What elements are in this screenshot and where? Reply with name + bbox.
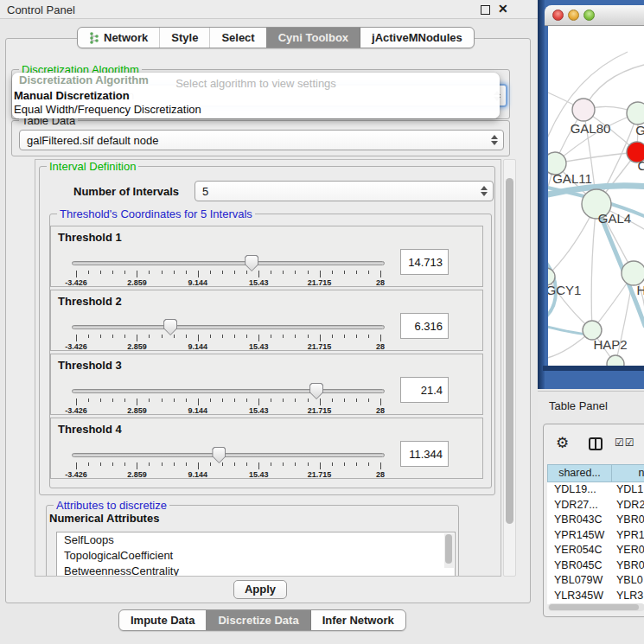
- checkboxes-icon[interactable]: ☑☑: [615, 437, 635, 449]
- slider-thumb[interactable]: [212, 447, 226, 463]
- table-row[interactable]: YLR345WYLR3: [547, 589, 644, 604]
- attribute-list-item[interactable]: BetweennessCentrality: [57, 564, 455, 577]
- slider-track[interactable]: [72, 389, 385, 393]
- slider-track[interactable]: [72, 261, 385, 265]
- tab-label: jActiveMNodules: [372, 31, 462, 44]
- table-row[interactable]: YBR043CYBR0: [547, 513, 644, 528]
- table-data-combobox[interactable]: galFiltered.sif default node: [19, 130, 504, 150]
- tab-label: Cyni Toolbox: [278, 31, 348, 44]
- combobox-stepper-icon: [481, 186, 488, 196]
- threshold-value-field[interactable]: [400, 313, 449, 339]
- GAL80-node[interactable]: [572, 99, 595, 121]
- network-window-titlebar[interactable]: [545, 5, 644, 26]
- table-rows[interactable]: YDL19...YDL1YDR27...YDR2YBR043CYBR0YPR14…: [547, 482, 644, 604]
- G-node[interactable]: [627, 102, 644, 124]
- threshold-panel-2: Threshold 2-3.4262.8599.14415.4321.71528: [50, 290, 483, 351]
- slider-track[interactable]: [72, 453, 385, 457]
- mode-tab-discretize-data[interactable]: Discretize Data: [206, 610, 309, 630]
- threshold-value-field[interactable]: [400, 441, 449, 467]
- apply-button[interactable]: Apply: [233, 580, 287, 599]
- table-row[interactable]: YDL19...YDL1: [547, 482, 644, 498]
- threshold-slider[interactable]: -3.4262.8599.14415.4321.71528: [72, 258, 385, 287]
- cell-name: YPR1: [611, 528, 644, 544]
- slider-ticks: [76, 335, 380, 341]
- close-icon[interactable]: ✕: [498, 2, 508, 16]
- node-label-GCY1: GCY1: [548, 283, 581, 297]
- tab-network[interactable]: Network: [78, 28, 159, 48]
- threshold-value-field[interactable]: [400, 377, 449, 403]
- numerical-attributes-list[interactable]: SelfLoopsTopologicalCoefficientBetweenne…: [56, 532, 456, 577]
- node-label-H: H: [637, 283, 644, 297]
- table-row[interactable]: YPR145WYPR1: [547, 528, 644, 544]
- H-node[interactable]: [622, 261, 644, 285]
- tab-jactivemnodules[interactable]: jActiveMNodules: [360, 28, 474, 48]
- network-tab-icon: [89, 32, 99, 44]
- threshold-slider[interactable]: -3.4262.8599.14415.4321.71528: [72, 450, 385, 479]
- column-header-2[interactable]: na: [611, 464, 644, 482]
- mode-tab-label: Infer Network: [322, 614, 394, 627]
- threshold-slider[interactable]: -3.4262.8599.14415.4321.71528: [72, 322, 385, 351]
- table-row[interactable]: YER054CYER0: [547, 543, 644, 558]
- tab-cyni-toolbox[interactable]: Cyni Toolbox: [266, 28, 360, 48]
- table-row[interactable]: YBL079WYBL0: [547, 573, 644, 589]
- table-panel-body: ⚙ ☑☑ shared...na YDL19...YDL1YDR27...YDR…: [543, 424, 644, 617]
- node-label-C: C: [638, 158, 644, 173]
- zoom-traffic-light[interactable]: [583, 10, 595, 21]
- interval-definition-group-title: Interval Definition: [47, 160, 138, 173]
- num-intervals-combobox[interactable]: 5: [194, 181, 494, 201]
- table-horizontal-scrollbar[interactable]: [548, 603, 644, 611]
- slider-tick-labels: -3.4262.8599.14415.4321.71528: [76, 342, 380, 352]
- table-row[interactable]: YDR27...YDR2: [547, 498, 644, 513]
- tab-style[interactable]: Style: [159, 28, 209, 48]
- window-frame-shadow: [543, 366, 644, 371]
- table-panel-header: Table Panel: [538, 391, 644, 420]
- attributes-list-scrollbar[interactable]: [444, 533, 454, 568]
- slider-thumb[interactable]: [309, 383, 323, 399]
- cell-shared-name: YBR045C: [547, 558, 611, 574]
- threshold-panel-1: Threshold 1-3.4262.8599.14415.4321.71528: [50, 226, 483, 287]
- column-header-1[interactable]: shared...: [547, 464, 611, 482]
- threshold-label: Threshold 4: [58, 423, 122, 436]
- table-row[interactable]: YBR045CYBR0: [547, 558, 644, 574]
- slider-ticks: [76, 462, 380, 469]
- threshold-panel-3: Threshold 3-3.4262.8599.14415.4321.71528: [50, 354, 483, 415]
- close-traffic-light[interactable]: [552, 10, 564, 21]
- table-panel-title: Table Panel: [549, 399, 608, 412]
- cell-shared-name: YER054C: [547, 543, 611, 558]
- num-intervals-value: 5: [202, 185, 208, 198]
- node-label-GAL4: GAL4: [598, 211, 631, 226]
- panel-vertical-scrollbar[interactable]: [503, 159, 516, 577]
- partial-node[interactable]: [607, 355, 624, 366]
- table-header-row[interactable]: shared...na: [547, 464, 644, 482]
- threshold-label: Threshold 1: [58, 231, 122, 244]
- attribute-list-item[interactable]: SelfLoops: [57, 532, 455, 548]
- table-data-combobox-value: galFiltered.sif default node: [27, 134, 158, 147]
- threshold-panel-4: Threshold 4-3.4262.8599.14415.4321.71528: [50, 418, 483, 479]
- columns-icon[interactable]: [589, 437, 603, 450]
- network-edge[interactable]: [591, 204, 596, 330]
- tab-label: Select: [221, 31, 254, 44]
- cell-name: YLR3: [611, 589, 643, 604]
- mode-tab-impute-data[interactable]: Impute Data: [119, 610, 206, 630]
- float-window-icon[interactable]: [481, 5, 490, 15]
- combobox-stepper-icon: [491, 135, 498, 145]
- tab-select[interactable]: Select: [209, 28, 265, 48]
- cell-name: YBL0: [611, 573, 643, 589]
- slider-thumb[interactable]: [163, 319, 177, 335]
- minimize-traffic-light[interactable]: [568, 10, 579, 21]
- node-label-GAL11: GAL11: [552, 171, 592, 186]
- attributes-group-title: Attributes to discretize: [54, 499, 169, 512]
- gear-icon[interactable]: ⚙: [556, 434, 569, 452]
- network-canvas[interactable]: GAL80GCGAL11GAL4GCY1HHAP2: [548, 26, 644, 366]
- algorithm-option-equal-width[interactable]: Equal Width/Frequency Discretization: [14, 103, 201, 116]
- algorithm-hint: Select algorithm to view settings: [12, 77, 500, 90]
- mode-tab-label: Discretize Data: [218, 614, 298, 627]
- threshold-value-field[interactable]: [400, 249, 449, 275]
- slider-track[interactable]: [72, 325, 385, 329]
- slider-thumb[interactable]: [245, 255, 258, 271]
- algorithm-option-manual[interactable]: Manual Discretization: [14, 89, 130, 102]
- attribute-list-item[interactable]: TopologicalCoefficient: [57, 548, 455, 564]
- threshold-slider[interactable]: -3.4262.8599.14415.4321.71528: [72, 386, 385, 415]
- mode-tab-infer-network[interactable]: Infer Network: [310, 610, 405, 630]
- threshold-label: Threshold 3: [58, 359, 122, 372]
